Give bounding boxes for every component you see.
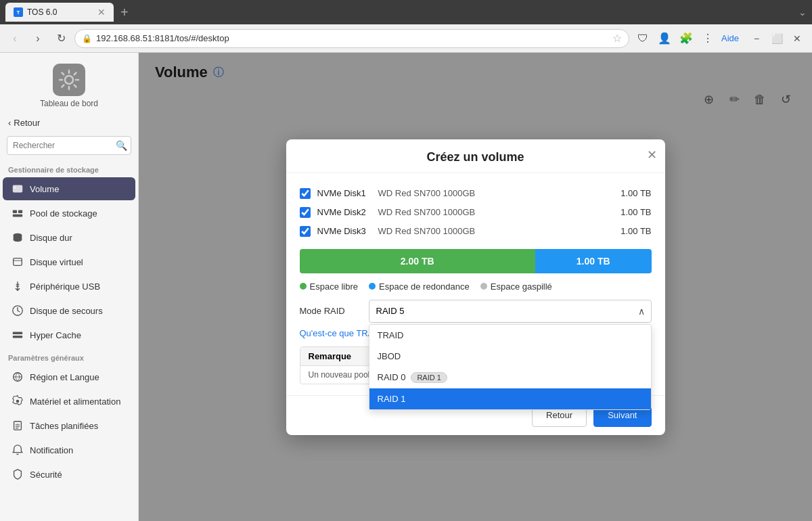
bar-redundancy: 1.00 TB: [535, 249, 652, 273]
aide-link[interactable]: Aide: [721, 33, 739, 43]
disk3-checkbox[interactable]: [300, 226, 311, 237]
disque-dur-label: Disque dur: [30, 233, 72, 243]
svg-rect-1: [13, 185, 22, 193]
restore-button[interactable]: ⬜: [767, 29, 786, 48]
cache-icon: [11, 328, 24, 342]
sidebar-item-usb[interactable]: Périphérique USB: [3, 275, 135, 298]
search-input[interactable]: [7, 136, 131, 155]
svg-rect-10: [13, 332, 22, 335]
disk-row-2: NVMe Disk2 WD Red SN700 1000GB 1.00 TB: [300, 203, 652, 222]
lock-icon: 🔒: [82, 34, 92, 43]
option-raid1[interactable]: RAID 1: [369, 388, 651, 409]
pool-label: Pool de stockage: [30, 208, 97, 219]
raid0-label: RAID 0: [378, 372, 406, 382]
materiel-label: Matériel et alimentation: [30, 397, 120, 407]
back-nav[interactable]: ‹ Retour: [0, 114, 138, 132]
section-label-general: Paramètres généraux: [0, 347, 138, 365]
option-raid0[interactable]: RAID 0 RAID 1: [369, 367, 651, 388]
legend-free: Espace libre: [300, 281, 359, 292]
backup-disk-icon: [11, 304, 24, 317]
disk2-checkbox[interactable]: [300, 207, 311, 218]
svg-rect-2: [14, 187, 16, 188]
disk-row-3: NVMe Disk3 WD Red SN700 1000GB 1.00 TB: [300, 222, 652, 241]
sidebar-item-taches[interactable]: Tâches planifiées: [3, 414, 135, 437]
sidebar-item-hyper-cache[interactable]: Hyper Cache: [3, 323, 135, 346]
bar-free: 2.00 TB: [300, 249, 535, 273]
sidebar-header: Tableau de bord: [0, 53, 138, 114]
storage-bar: 2.00 TB 1.00 TB: [300, 249, 652, 273]
tasks-icon: [11, 419, 24, 432]
option-jbod[interactable]: JBOD: [369, 346, 651, 367]
raid1-label: RAID 1: [378, 394, 406, 404]
modal-body: NVMe Disk1 WD Red SN700 1000GB 1.00 TB N…: [286, 173, 665, 395]
back-button[interactable]: ‹: [5, 29, 24, 48]
security-icon: [11, 468, 24, 481]
tabs-bar: T TOS 6.0 ✕ + ⌄: [0, 0, 812, 24]
sidebar-item-disque-dur[interactable]: Disque dur: [3, 226, 135, 249]
disk1-name: NVMe Disk1: [317, 188, 371, 198]
minimize-button[interactable]: −: [747, 29, 766, 48]
sidebar-item-securite[interactable]: Sécurité: [3, 463, 135, 486]
sidebar-item-notification[interactable]: Notification: [3, 438, 135, 461]
raid-select[interactable]: RAID 5: [369, 300, 652, 323]
reload-button[interactable]: ↻: [51, 29, 70, 48]
app-name: Tableau de bord: [40, 99, 98, 108]
bookmark-icon[interactable]: ☆: [612, 32, 622, 45]
browser-toolbar: ‹ › ↻ 🔒 192.168.68.51:8181/tos/#/desktop…: [0, 24, 812, 53]
modal-close-button[interactable]: ✕: [647, 148, 657, 162]
svg-point-8: [14, 233, 22, 237]
modal-title: Créez un volume: [426, 150, 524, 164]
sidebar-item-pool[interactable]: Pool de stockage: [3, 202, 135, 225]
shield-icon[interactable]: 🛡: [633, 29, 652, 48]
legend-wasted-dot: [480, 283, 487, 290]
disque-virtuel-label: Disque virtuel: [30, 257, 83, 267]
legend-wasted-label: Espace gaspillé: [491, 281, 552, 292]
tab-close-button[interactable]: ✕: [97, 7, 106, 18]
menu-icon[interactable]: ⋮: [698, 29, 717, 48]
sidebar-item-volume[interactable]: Volume: [3, 177, 135, 200]
volume-icon: [11, 182, 24, 196]
disk3-size: 1.00 TB: [611, 226, 652, 236]
svg-rect-9: [14, 258, 22, 266]
disk1-size: 1.00 TB: [611, 188, 652, 198]
option-traid[interactable]: TRAID: [369, 325, 651, 346]
extension-icon[interactable]: 🧩: [677, 29, 696, 48]
legend-redundancy-label: Espace de redondance: [379, 281, 470, 292]
toolbar-icons: 🛡 👤 🧩 ⋮: [633, 29, 717, 48]
svg-rect-5: [13, 214, 22, 217]
legend-free-dot: [300, 283, 307, 290]
storage-legend: Espace libre Espace de redondance Espace…: [300, 281, 652, 292]
active-tab[interactable]: T TOS 6.0 ✕: [5, 3, 114, 22]
sidebar-item-materiel[interactable]: Matériel et alimentation: [3, 390, 135, 413]
disk1-checkbox[interactable]: [300, 188, 311, 199]
notification-icon: [11, 443, 24, 457]
tab-overflow-button[interactable]: ⌄: [798, 7, 807, 18]
svg-rect-4: [18, 210, 22, 214]
sidebar-item-disque-virtuel[interactable]: Disque virtuel: [3, 250, 135, 273]
volume-label: Volume: [30, 184, 59, 194]
sidebar-item-disque-secours[interactable]: Disque de secours: [3, 299, 135, 322]
disk-icon: [11, 231, 24, 244]
raid-dropdown: TRAID JBOD RAID 0 RAID 1 RAID 1: [369, 324, 652, 410]
sidebar-item-region[interactable]: Région et Langue: [3, 365, 135, 388]
disk2-size: 1.00 TB: [611, 207, 652, 217]
window-buttons: − ⬜ ✕: [747, 29, 807, 48]
section-label-storage: Gestionnaire de stockage: [0, 159, 138, 177]
address-bar[interactable]: 🔒 192.168.68.51:8181/tos/#/desktop ☆: [74, 29, 629, 48]
profile-icon[interactable]: 👤: [655, 29, 674, 48]
forward-button[interactable]: ›: [28, 29, 47, 48]
pool-icon: [11, 206, 24, 220]
search-icon: 🔍: [116, 140, 127, 151]
legend-redundancy: Espace de redondance: [369, 281, 470, 292]
close-button[interactable]: ✕: [788, 29, 807, 48]
usb-icon: [11, 279, 24, 293]
back-chevron-icon: ‹: [8, 118, 11, 128]
new-tab-button[interactable]: +: [116, 5, 133, 20]
disque-secours-label: Disque de secours: [30, 306, 103, 316]
browser-chrome: T TOS 6.0 ✕ + ⌄ ‹ › ↻ 🔒 192.168.68.51:81…: [0, 0, 812, 53]
disk2-model: WD Red SN700 1000GB: [378, 207, 604, 217]
raid-mode-row: Mode RAID RAID 5 ∧ TRAID JBOD: [300, 300, 652, 323]
jbod-label: JBOD: [378, 351, 401, 361]
tab-title: TOS 6.0: [27, 7, 57, 17]
address-text: 192.168.68.51:8181/tos/#/desktop: [96, 33, 229, 43]
